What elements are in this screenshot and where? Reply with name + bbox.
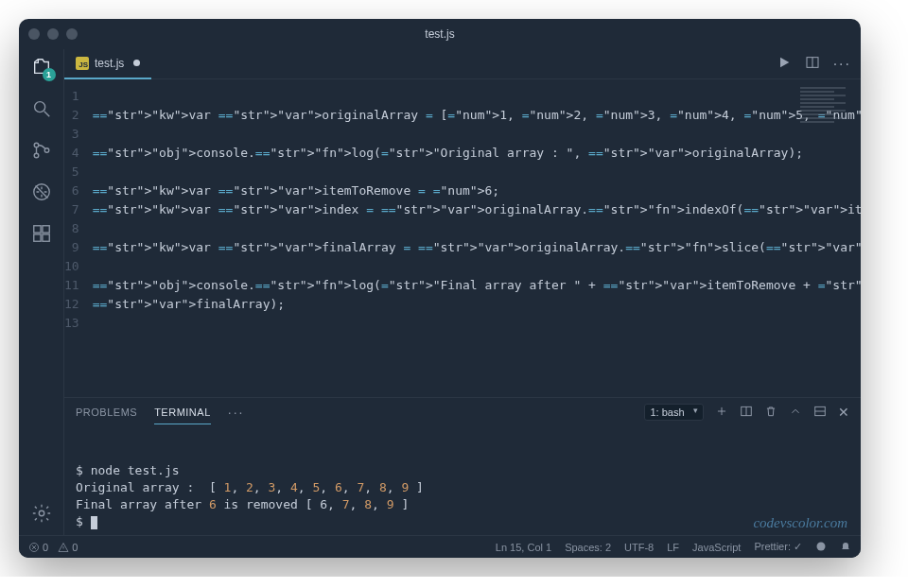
extensions-icon[interactable] [29,221,54,246]
line-numbers: 1 2 3 4 5 6 7 8 9 10 11 12 13 [64,87,93,397]
explorer-badge: 1 [43,68,56,81]
settings-gear-icon[interactable] [29,501,54,526]
svg-rect-8 [33,234,40,241]
svg-line-1 [44,112,49,117]
svg-point-3 [34,153,39,158]
errors-count[interactable]: 0 [28,542,48,553]
code-editor[interactable]: 1 2 3 4 5 6 7 8 9 10 11 12 13 =="str">"k… [64,79,861,397]
debug-icon[interactable] [29,180,54,204]
terminal-output[interactable]: $ node test.jsOriginal array : [ 1, 2, 3… [64,426,861,535]
window-title: test.js [19,27,861,41]
svg-rect-7 [42,226,48,233]
status-bar: 0 0 Ln 15, Col 1 Spaces: 2 UTF-8 LF Java… [19,535,861,558]
tab-test-js[interactable]: JS test.js [64,49,151,79]
split-editor-icon[interactable] [805,55,820,73]
bell-icon[interactable] [840,541,851,554]
svg-point-24 [817,542,826,550]
window-controls [28,28,78,40]
more-actions-icon[interactable]: ··· [833,57,851,72]
warnings-count[interactable]: 0 [58,542,78,553]
prettier-status[interactable]: Prettier: ✓ [754,541,802,553]
split-terminal-icon[interactable] [740,405,753,420]
unsaved-indicator-icon [133,60,140,66]
svg-point-2 [34,143,39,147]
indent-setting[interactable]: Spaces: 2 [565,542,611,553]
bottom-panel: PROBLEMS TERMINAL ··· 1: bash ✕ $ node t… [64,397,861,535]
svg-rect-6 [33,226,40,233]
svg-point-0 [34,102,44,112]
close-window[interactable] [28,28,40,40]
run-icon[interactable] [777,55,792,73]
activity-bar: 1 [19,49,64,535]
svg-point-4 [44,148,49,153]
watermark: codevscolor.com [753,514,847,531]
svg-point-10 [39,510,44,516]
editor-window: test.js 1 [19,19,861,558]
source-control-icon[interactable] [29,138,54,163]
feedback-icon[interactable] [815,541,827,554]
panel-more-icon[interactable]: ··· [228,405,245,420]
zoom-window[interactable] [66,28,78,40]
tab-terminal[interactable]: TERMINAL [154,401,211,424]
kill-terminal-icon[interactable] [764,405,777,420]
new-terminal-icon[interactable] [715,405,728,420]
tab-filename: test.js [95,57,124,70]
cursor-position[interactable]: Ln 15, Col 1 [496,542,551,553]
svg-marker-11 [780,58,789,68]
tab-bar: JS test.js ··· [64,49,861,79]
minimap[interactable] [800,85,857,151]
maximize-panel-icon[interactable] [813,405,827,420]
minimize-window[interactable] [47,28,59,40]
encoding[interactable]: UTF-8 [624,542,654,553]
search-icon[interactable] [29,96,54,121]
titlebar[interactable]: test.js [19,19,861,49]
chevron-up-icon[interactable] [789,405,802,420]
terminal-select[interactable]: 1: bash [644,404,704,421]
code-content[interactable]: =="str">"kw">var =="str">"var">originalA… [93,87,861,397]
js-file-icon: JS [76,57,89,70]
explorer-icon[interactable]: 1 [29,55,54,79]
close-panel-icon[interactable]: ✕ [838,405,850,420]
tab-problems[interactable]: PROBLEMS [76,401,137,424]
svg-rect-9 [42,234,48,241]
eol[interactable]: LF [667,542,679,553]
language-mode[interactable]: JavaScript [692,542,741,553]
